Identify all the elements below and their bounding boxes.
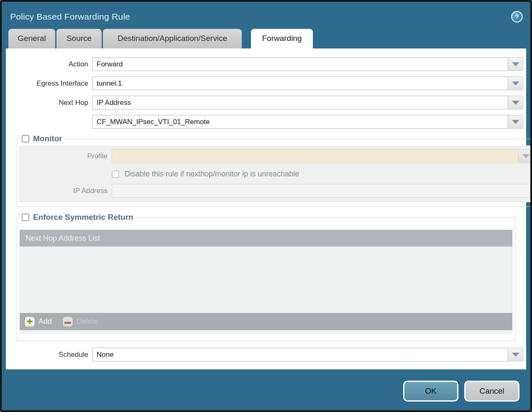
action-row: Action Forward	[6, 57, 526, 71]
tab-forwarding[interactable]: Forwarding	[251, 29, 313, 48]
next-hop-row: Next Hop IP Address	[6, 96, 526, 109]
profile-dropdown-button	[519, 149, 532, 163]
monitor-section-label: Monitor	[33, 134, 62, 143]
chevron-down-icon	[512, 353, 519, 357]
profile-combo	[112, 149, 532, 163]
egress-interface-dropdown-button[interactable]	[508, 76, 523, 90]
next-hop-address-table-body[interactable]	[20, 247, 512, 313]
monitor-checkbox[interactable]	[22, 135, 29, 142]
chevron-down-icon	[522, 154, 530, 158]
monitor-section: Monitor Profile Disable this rule if nex…	[17, 134, 532, 207]
next-hop-address-select[interactable]: CF_MWAN_IPsec_VTI_01_Remote	[92, 115, 508, 129]
schedule-dropdown-button[interactable]	[508, 348, 523, 361]
schedule-combo: None	[92, 348, 523, 361]
monitor-panel: Profile Disable this rule if nexthop/mon…	[19, 145, 532, 202]
symmetric-return-section: Enforce Symmetric Return Next Hop Addres…	[17, 213, 515, 341]
dialog-titlebar: Policy Based Forwarding Rule ?	[2, 2, 530, 28]
next-hop-address-row: CF_MWAN_IPsec_VTI_01_Remote	[6, 115, 526, 129]
next-hop-dropdown-button[interactable]	[508, 96, 523, 109]
next-hop-address-table-toolbar: ✚ Add ▬ Delete	[20, 313, 512, 330]
schedule-row: Schedule None	[6, 348, 526, 361]
schedule-select[interactable]: None	[92, 348, 508, 361]
forwarding-tab-panel: Action Forward Egress Interface tunnel.1…	[6, 48, 526, 369]
chevron-down-icon	[512, 81, 519, 86]
egress-interface-combo: tunnel.1	[92, 76, 523, 90]
monitor-ip-address-field	[112, 184, 532, 198]
ok-button[interactable]: OK	[403, 381, 458, 402]
add-button-label: Add	[38, 317, 52, 326]
delete-button: ▬ Delete	[63, 317, 98, 327]
egress-interface-label: Egress Interface	[6, 79, 92, 88]
add-button[interactable]: ✚ Add	[25, 317, 52, 327]
disable-rule-row: Disable this rule if nexthop/monitor ip …	[112, 170, 532, 178]
monitor-ip-address-label: IP Address	[19, 187, 112, 195]
profile-select	[112, 149, 519, 163]
plus-icon: ✚	[25, 317, 35, 327]
chevron-down-icon	[512, 62, 519, 66]
egress-interface-select[interactable]: tunnel.1	[92, 76, 508, 90]
symmetric-return-section-label: Enforce Symmetric Return	[33, 213, 133, 222]
action-select[interactable]: Forward	[92, 57, 508, 71]
tab-destination-application-service[interactable]: Destination/Application/Service	[103, 29, 242, 48]
tab-general[interactable]: General	[8, 29, 55, 48]
next-hop-select[interactable]: IP Address	[92, 96, 508, 109]
dialog-footer: OK Cancel	[403, 381, 519, 402]
symmetric-return-checkbox[interactable]	[22, 214, 29, 221]
next-hop-combo: IP Address	[92, 96, 523, 109]
profile-row: Profile	[19, 149, 532, 163]
help-icon[interactable]: ?	[511, 11, 523, 23]
delete-button-label: Delete	[77, 317, 98, 326]
next-hop-label: Next Hop	[6, 99, 92, 107]
next-hop-address-table: Next Hop Address List ✚ Add ▬ Delete	[20, 230, 512, 334]
tab-source[interactable]: Source	[56, 29, 102, 48]
action-combo: Forward	[92, 57, 523, 71]
dialog-title: Policy Based Forwarding Rule	[10, 12, 130, 22]
next-hop-address-table-header: Next Hop Address List	[20, 230, 512, 247]
chevron-down-icon	[512, 120, 519, 124]
cancel-button[interactable]: Cancel	[464, 381, 519, 402]
monitor-ip-address-row: IP Address	[19, 184, 532, 198]
minus-icon: ▬	[63, 317, 73, 327]
action-dropdown-button[interactable]	[508, 57, 523, 71]
next-hop-address-combo: CF_MWAN_IPsec_VTI_01_Remote	[92, 115, 523, 129]
tab-bar: General Source Destination/Application/S…	[2, 28, 530, 48]
next-hop-address-dropdown-button[interactable]	[508, 115, 523, 129]
disable-rule-label: Disable this rule if nexthop/monitor ip …	[125, 170, 299, 178]
schedule-label: Schedule	[6, 351, 92, 359]
monitor-legend: Monitor	[21, 134, 65, 143]
egress-interface-row: Egress Interface tunnel.1	[6, 76, 526, 90]
pbf-rule-dialog: Policy Based Forwarding Rule ? General S…	[0, 0, 532, 412]
chevron-down-icon	[512, 101, 519, 105]
disable-rule-checkbox	[112, 170, 119, 178]
symmetric-return-legend: Enforce Symmetric Return	[21, 213, 136, 222]
action-label: Action	[6, 60, 92, 69]
profile-label: Profile	[19, 152, 112, 160]
